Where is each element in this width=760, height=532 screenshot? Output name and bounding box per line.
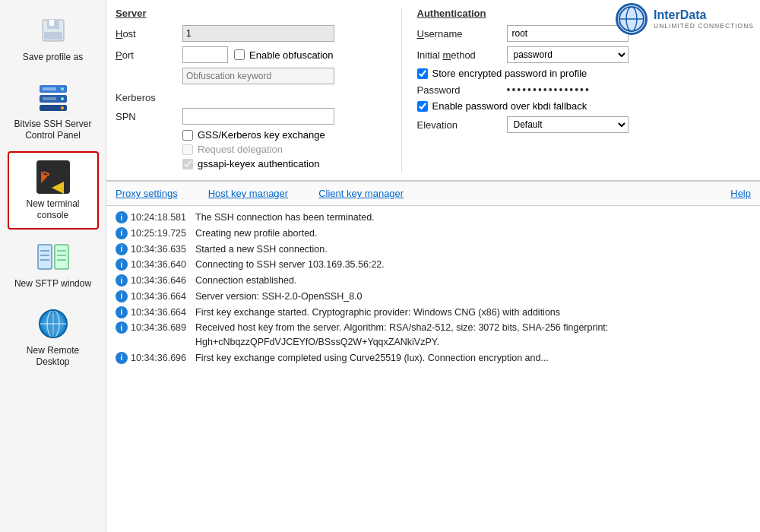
gssapi-label: gssapi-keyex authentication — [198, 158, 319, 169]
proxy-settings-link[interactable]: Proxy settings — [116, 188, 178, 199]
obfuscation-keyword-input[interactable] — [182, 68, 334, 84]
sftp-icon — [35, 239, 71, 275]
sidebar-item-new-sftp[interactable]: New SFTP window — [8, 233, 99, 296]
initial-method-label: Initial method — [417, 49, 501, 61]
svg-rect-18 — [55, 245, 68, 269]
sidebar-item-sftp-label: New SFTP window — [14, 278, 91, 290]
log-message: First key exchange completed using Curve… — [195, 351, 549, 366]
elevation-select[interactable]: Default None Normal Elevated — [507, 116, 629, 133]
log-time: 10:34:36.664 — [131, 290, 195, 304]
brand-tagline: UNLIMITED CONNECTIONS — [654, 22, 754, 30]
svg-text:>: > — [43, 168, 49, 181]
client-key-manager-link[interactable]: Client key manager — [318, 188, 404, 199]
password-dots: •••••••••••••••• — [507, 84, 591, 96]
log-message: Started a new SSH connection. — [195, 242, 328, 257]
log-entry: i10:25:19.725 Creating new profile abort… — [116, 226, 751, 241]
sidebar-item-bitvise-label: Bitvise SSH Server Control Panel — [12, 119, 94, 142]
log-time: 10:24:18.581 — [131, 211, 195, 225]
brand-name: InterData — [654, 8, 754, 22]
sidebar-item-bitvise-server[interactable]: Bitvise SSH Server Control Panel — [8, 73, 99, 148]
store-encrypted-row: Store encrypted password in profile — [417, 68, 691, 79]
log-time: 10:34:36.696 — [131, 351, 195, 366]
password-row: Password •••••••••••••••• — [417, 84, 691, 96]
log-entry: i10:34:36.664 Server version: SSH-2.0-Op… — [116, 290, 751, 304]
log-message: Connection established. — [195, 274, 296, 288]
password-label: Password — [417, 84, 501, 96]
spn-label: SPN — [116, 111, 176, 122]
elevation-label: Elevation — [417, 119, 501, 131]
elevation-row: Elevation Default None Normal Elevated — [417, 116, 691, 133]
log-info-icon: i — [116, 306, 128, 318]
port-input[interactable] — [182, 46, 228, 63]
initial-method-row: Initial method password publickey keyboa… — [417, 46, 691, 63]
log-time: 10:25:19.725 — [131, 226, 195, 241]
log-entry: i10:34:36.635 Started a new SSH connecti… — [116, 242, 751, 257]
log-info-icon: i — [116, 258, 128, 271]
log-entry: i10:34:36.646 Connection established. — [116, 274, 751, 288]
delegation-row: Request delegation — [182, 144, 389, 155]
sidebar-item-remote-label: New Remote Desktop — [12, 345, 94, 369]
port-label: Port — [116, 49, 176, 61]
enable-obfuscation-row: Enable obfuscation — [234, 49, 334, 61]
sidebar-item-new-remote[interactable]: New Remote Desktop — [8, 299, 99, 375]
log-time: 10:34:36.689 — [131, 321, 195, 335]
log-message: Server version: SSH-2.0-OpenSSH_8.0 — [195, 290, 363, 304]
log-info-icon: i — [116, 290, 128, 302]
svg-point-9 — [61, 106, 64, 109]
brand-text: InterData UNLIMITED CONNECTIONS — [654, 8, 754, 30]
log-entry: i10:34:36.689 Received host key from the… — [116, 321, 751, 350]
gss-row: GSS/Kerberos key exchange — [182, 129, 389, 141]
gss-label: GSS/Kerberos key exchange — [198, 129, 325, 141]
log-message: The SSH connection has been terminated. — [195, 211, 375, 225]
log-time: 10:34:36.640 — [131, 258, 195, 272]
port-row: Port Enable obfuscation — [116, 46, 389, 63]
svg-rect-17 — [38, 245, 52, 269]
log-message: Creating new profile aborted. — [195, 226, 318, 241]
log-entry: i10:34:36.640 Connecting to SSH server 1… — [116, 258, 751, 272]
log-info-icon: i — [116, 274, 128, 287]
sidebar-item-save-profile-label: Save profile as — [23, 52, 83, 64]
links-row: Proxy settings Host key manager Client k… — [106, 181, 760, 206]
enable-obfuscation-checkbox[interactable] — [234, 49, 245, 60]
obfuscation-keyword-row — [116, 68, 389, 84]
delegation-checkbox — [182, 144, 193, 155]
log-time: 10:34:36.646 — [131, 274, 195, 288]
store-encrypted-checkbox[interactable] — [417, 68, 428, 79]
save-icon — [35, 12, 71, 49]
remote-icon — [35, 306, 71, 342]
spn-input[interactable] — [182, 108, 334, 125]
gss-checkbox[interactable] — [182, 130, 193, 141]
store-encrypted-label: Store encrypted password in profile — [432, 68, 587, 79]
svg-rect-11 — [43, 97, 56, 100]
kerberos-title: Kerberos — [116, 92, 389, 103]
svg-rect-2 — [49, 20, 54, 26]
log-area: i10:24:18.581 The SSH connection has bee… — [106, 206, 760, 532]
host-label: Host — [116, 28, 176, 40]
log-info-icon: i — [116, 227, 128, 239]
server-section-title: Server — [116, 8, 389, 19]
svg-point-7 — [61, 87, 64, 90]
host-label-text: Host — [116, 28, 136, 40]
log-entry: i10:34:36.664 First key exchange started… — [116, 306, 751, 320]
host-key-manager-link[interactable]: Host key manager — [208, 188, 289, 199]
gssapi-checkbox — [182, 159, 193, 169]
enable-password-label: Enable password over kbdi fallback — [432, 100, 587, 112]
sidebar-item-new-terminal[interactable]: > New terminal console — [8, 151, 99, 230]
enable-password-row: Enable password over kbdi fallback — [417, 100, 691, 112]
host-input[interactable] — [182, 25, 334, 42]
main-content: InterData UNLIMITED CONNECTIONS Server H… — [106, 0, 760, 532]
help-link[interactable]: Help — [730, 188, 751, 199]
log-info-icon: i — [116, 211, 128, 223]
sidebar-item-save-profile[interactable]: Save profile as — [8, 6, 99, 70]
kerberos-section: Kerberos SPN GSS/Kerberos key exchange R… — [116, 92, 389, 169]
log-info-icon: i — [116, 352, 128, 364]
username-input[interactable] — [507, 25, 629, 42]
initial-method-select[interactable]: password publickey keyboard-interactive … — [507, 46, 629, 63]
log-entry: i10:24:18.581 The SSH connection has bee… — [116, 211, 751, 225]
username-label: Username — [417, 28, 501, 40]
terminal-icon-wrap: > — [35, 159, 71, 195]
log-info-icon: i — [116, 321, 128, 334]
enable-password-checkbox[interactable] — [417, 101, 428, 112]
log-time: 10:34:36.635 — [131, 242, 195, 257]
svg-rect-10 — [43, 87, 56, 90]
